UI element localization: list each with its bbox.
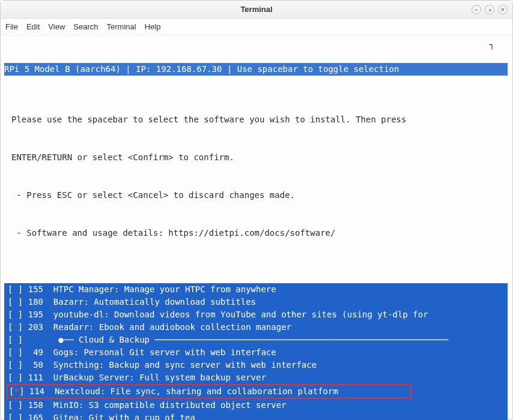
header-status-line: RPi 5 Model B (aarch64) | IP: 192.168.67… bbox=[4, 63, 508, 76]
dialog-border-corner: ┐ bbox=[490, 38, 494, 51]
window-title: Terminal bbox=[240, 5, 272, 14]
menu-help[interactable]: Help bbox=[145, 22, 161, 31]
intro-line-1: Please use the spacebar to select the so… bbox=[4, 113, 508, 126]
intro-line-4: - Software and usage details: https://di… bbox=[4, 227, 508, 239]
software-item[interactable]: [ ] 50 Syncthing: Backup and sync server… bbox=[4, 359, 508, 371]
software-list[interactable]: [ ] 155 HTPC Manager: Manage your HTPC f… bbox=[4, 283, 508, 420]
software-item[interactable]: [ ] 111 UrBackup Server: Full system bac… bbox=[4, 371, 508, 384]
menubar: File Edit View Search Terminal Help bbox=[1, 19, 512, 35]
close-icon[interactable]: × bbox=[498, 5, 508, 14]
window-controls: – ⬦ × bbox=[472, 5, 508, 14]
software-item[interactable]: [ ] 203 Readarr: Ebook and audiobook col… bbox=[4, 321, 508, 334]
selection-mark: * bbox=[14, 386, 19, 396]
software-item[interactable]: [ ] 180 Bazarr: Automatically download s… bbox=[4, 296, 508, 308]
intro-line-2: ENTER/RETURN or select <Confirm> to conf… bbox=[4, 151, 508, 164]
menu-search[interactable]: Search bbox=[73, 22, 98, 31]
terminal-content[interactable]: RPi 5 Model B (aarch64) | IP: 192.168.67… bbox=[1, 35, 512, 420]
titlebar: Terminal – ⬦ × bbox=[1, 1, 512, 19]
minimize-icon[interactable]: – bbox=[472, 5, 481, 14]
software-item[interactable]: [ ] 158 MinIO: S3 compatible distributed… bbox=[4, 399, 508, 412]
software-item[interactable]: [ ] 155 HTPC Manager: Manage your HTPC f… bbox=[4, 283, 508, 296]
software-item[interactable]: [ ] 195 youtube-dl: Download videos from… bbox=[4, 308, 508, 321]
maximize-icon[interactable]: ⬦ bbox=[485, 5, 494, 14]
software-item[interactable]: [ ] 49 Gogs: Personal Git server with we… bbox=[4, 346, 508, 359]
menu-edit[interactable]: Edit bbox=[26, 22, 40, 31]
terminal-window: Terminal – ⬦ × File Edit View Search Ter… bbox=[0, 0, 513, 420]
menu-file[interactable]: File bbox=[5, 22, 18, 31]
software-item[interactable]: [*] 114 Nextcloud: File sync, sharing an… bbox=[7, 384, 411, 399]
software-item[interactable]: [ ] 165 Gitea: Git with a cup of tea bbox=[4, 412, 508, 420]
intro-line-3: - Press ESC or select <Cancel> to discar… bbox=[4, 189, 508, 202]
category-line: [ ] ●── Cloud & Backup ─────────────────… bbox=[4, 334, 508, 346]
menu-view[interactable]: View bbox=[48, 22, 65, 31]
menu-terminal[interactable]: Terminal bbox=[107, 22, 136, 31]
